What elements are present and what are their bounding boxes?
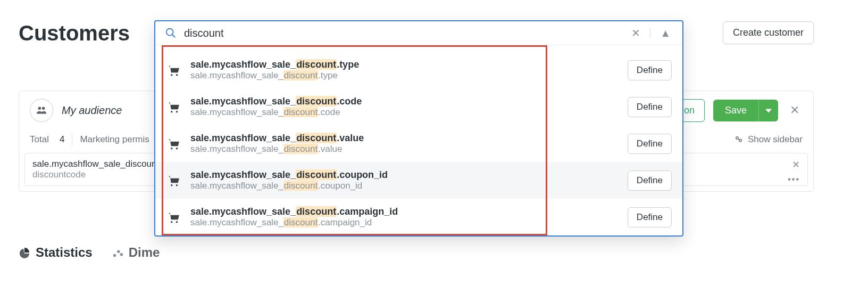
total-label: Total xyxy=(30,134,49,145)
svg-point-10 xyxy=(176,74,178,75)
svg-point-6 xyxy=(120,253,123,256)
page-title: Customers xyxy=(19,21,130,45)
create-customer-button[interactable]: Create customer xyxy=(723,21,814,44)
svg-point-15 xyxy=(171,184,172,185)
filter-remove-icon[interactable]: ✕ xyxy=(792,159,800,170)
svg-point-7 xyxy=(166,29,173,36)
svg-point-1 xyxy=(42,107,45,110)
result-text: sale.mycashflow_sale_discount.codesale.m… xyxy=(190,96,618,118)
cart-icon xyxy=(166,137,181,151)
search-collapse-icon[interactable]: ▲ xyxy=(658,27,673,39)
tab-statistics[interactable]: Statistics xyxy=(19,245,93,260)
show-sidebar-button[interactable]: Show sidebar xyxy=(734,134,803,145)
result-title: sale.mycashflow_sale_discount.campaign_i… xyxy=(190,206,618,217)
search-icon xyxy=(165,27,177,39)
tab-dimensions-label: Dime xyxy=(129,245,160,260)
define-button[interactable]: Define xyxy=(628,60,672,80)
search-result-row[interactable]: sale.mycashflow_sale_discount.valuesale.… xyxy=(155,125,682,162)
svg-point-13 xyxy=(171,147,172,149)
result-title: sale.mycashflow_sale_discount.type xyxy=(190,59,618,70)
svg-point-14 xyxy=(176,147,178,149)
define-button[interactable]: Define xyxy=(628,207,672,227)
result-title: sale.mycashflow_sale_discount.value xyxy=(190,133,618,144)
svg-point-16 xyxy=(176,184,178,185)
search-result-row[interactable]: sale.mycashflow_sale_discount.typesale.m… xyxy=(155,52,682,88)
svg-line-8 xyxy=(172,35,176,38)
cart-icon xyxy=(166,210,181,224)
cart-icon xyxy=(166,174,181,188)
save-button[interactable]: Save xyxy=(713,100,758,121)
cart-icon xyxy=(166,63,181,77)
tab-dimensions[interactable]: Dime xyxy=(112,245,160,260)
search-clear-icon[interactable]: ✕ xyxy=(629,27,642,39)
search-bar: ✕ ▲ xyxy=(155,21,682,45)
total-value: 4 xyxy=(60,134,64,145)
pie-chart-icon xyxy=(19,247,30,258)
svg-point-12 xyxy=(176,110,178,112)
panel-close-icon[interactable]: ✕ xyxy=(787,103,803,117)
result-text: sale.mycashflow_sale_discount.campaign_i… xyxy=(190,206,618,228)
filter-menu-icon[interactable]: ••• xyxy=(788,175,800,184)
result-subtitle: sale.mycashflow_sale_discount.value xyxy=(190,144,618,154)
svg-point-5 xyxy=(117,250,120,253)
search-result-row[interactable]: sale.mycashflow_sale_discount.campaign_i… xyxy=(155,199,682,235)
define-button[interactable]: Define xyxy=(628,170,672,191)
result-text: sale.mycashflow_sale_discount.valuesale.… xyxy=(190,133,618,154)
result-text: sale.mycashflow_sale_discount.coupon_ids… xyxy=(190,169,618,191)
save-button-group: Save xyxy=(713,100,778,121)
svg-point-18 xyxy=(176,221,178,222)
svg-point-11 xyxy=(171,110,172,112)
search-dropdown: ✕ ▲ sale.mycashflow_sale_discount.typesa… xyxy=(154,20,683,237)
svg-point-17 xyxy=(171,221,172,222)
scatter-icon xyxy=(112,247,123,258)
result-text: sale.mycashflow_sale_discount.typesale.m… xyxy=(190,59,618,81)
svg-point-0 xyxy=(38,107,41,110)
show-sidebar-label: Show sidebar xyxy=(748,134,803,145)
audience-name: My audience xyxy=(62,104,122,117)
result-subtitle: sale.mycashflow_sale_discount.code xyxy=(190,107,618,118)
define-button[interactable]: Define xyxy=(628,97,672,117)
audience-icon xyxy=(30,99,53,122)
result-title: sale.mycashflow_sale_discount.coupon_id xyxy=(190,169,618,181)
result-subtitle: sale.mycashflow_sale_discount.coupon_id xyxy=(190,181,618,191)
marketing-permissions-label: Marketing permis xyxy=(80,134,149,145)
result-subtitle: sale.mycashflow_sale_discount.campaign_i… xyxy=(190,217,618,228)
search-results: sale.mycashflow_sale_discount.typesale.m… xyxy=(155,45,682,235)
svg-point-4 xyxy=(113,254,116,257)
search-result-row[interactable]: sale.mycashflow_sale_discount.codesale.m… xyxy=(155,88,682,125)
search-input[interactable] xyxy=(184,27,622,39)
define-button[interactable]: Define xyxy=(628,134,672,154)
search-result-row[interactable]: sale.mycashflow_sale_discount.coupon_ids… xyxy=(155,162,682,199)
tabs: Statistics Dime xyxy=(19,245,160,260)
tab-statistics-label: Statistics xyxy=(36,245,93,260)
svg-point-9 xyxy=(171,74,172,75)
result-subtitle: sale.mycashflow_sale_discount.type xyxy=(190,70,618,81)
cart-icon xyxy=(166,100,181,114)
result-title: sale.mycashflow_sale_discount.code xyxy=(190,96,618,107)
save-dropdown[interactable] xyxy=(758,100,778,121)
